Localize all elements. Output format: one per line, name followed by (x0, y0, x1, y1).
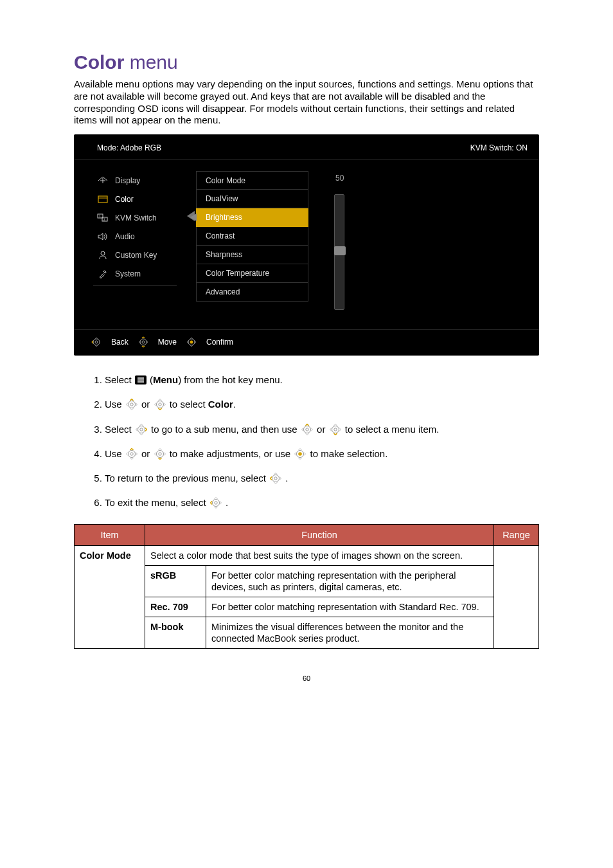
joystick-move-icon (138, 336, 149, 348)
svg-point-34 (274, 477, 277, 480)
joystick-left-icon (91, 336, 102, 348)
osd-panel: Mode: Adobe RGB KVM Switch: ON Display C… (74, 134, 539, 356)
svg-point-9 (140, 339, 147, 345)
slider-thumb[interactable] (334, 246, 346, 255)
cell-rec709-name: Rec. 709 (145, 597, 206, 617)
svg-point-20 (158, 403, 161, 406)
joystick-up-icon (300, 423, 314, 436)
joystick-left-icon (209, 496, 223, 509)
joystick-right-icon (134, 423, 148, 436)
sub-brightness[interactable]: Brightness (196, 208, 308, 227)
cell-srgb-desc: For better color matching representation… (206, 565, 494, 597)
svg-point-24 (306, 428, 308, 430)
step-6: To exit the menu, select . (105, 496, 539, 509)
joystick-left-icon (269, 472, 283, 485)
joystick-up-icon (125, 448, 139, 460)
display-icon (97, 176, 109, 186)
osd-footer: Back Move Confirm (74, 329, 539, 356)
joystick-press-icon (186, 336, 197, 348)
nav-audio[interactable]: Audio (97, 227, 196, 246)
nav-display[interactable]: Display (97, 171, 196, 190)
svg-text:1: 1 (99, 214, 101, 218)
svg-point-21 (138, 426, 145, 433)
th-item: Item (75, 524, 145, 545)
svg-point-29 (156, 450, 163, 457)
svg-point-36 (215, 502, 217, 504)
th-range: Range (494, 524, 539, 545)
svg-point-33 (272, 475, 280, 482)
svg-point-19 (156, 401, 163, 408)
osd-value-col: 50 (308, 171, 539, 310)
joystick-down-icon (153, 448, 167, 460)
svg-point-32 (298, 452, 302, 456)
svg-point-35 (212, 500, 219, 507)
cell-mbook-name: M-book (145, 617, 206, 649)
sub-colortemp[interactable]: Color Temperature (196, 264, 308, 283)
sub-dualview[interactable]: DualView (196, 190, 308, 208)
svg-point-12 (190, 341, 193, 344)
spec-table: Item Function Range Color Mode Select a … (74, 524, 539, 649)
svg-point-17 (128, 401, 135, 408)
cell-desc-colormode: Select a color mode that best suits the … (145, 545, 494, 565)
joystick-down-icon (153, 398, 167, 411)
nav-custom[interactable]: Custom Key (97, 246, 196, 264)
svg-point-22 (140, 428, 143, 430)
svg-point-18 (130, 403, 133, 406)
nav-system[interactable]: System (97, 264, 196, 283)
brightness-slider[interactable] (334, 194, 344, 310)
svg-text:2: 2 (103, 217, 105, 221)
instruction-list: Select (Menu) from the hot key menu. Use… (74, 374, 539, 510)
kvm-icon: 12 (97, 213, 109, 223)
joystick-down-icon (328, 423, 342, 436)
page-title: Color menu (74, 51, 539, 73)
svg-point-26 (333, 428, 336, 430)
step-3: Select to go to a sub menu, and then use… (105, 423, 539, 436)
cell-item-colormode: Color Mode (75, 545, 145, 649)
svg-point-30 (158, 453, 161, 455)
svg-point-8 (95, 341, 98, 343)
nav-kvm[interactable]: 12 KVM Switch (97, 208, 196, 227)
wrench-icon (97, 269, 109, 279)
step-1: Select (Menu) from the hot key menu. (105, 374, 539, 386)
nav-color[interactable]: Color (97, 190, 196, 208)
cell-srgb-name: sRGB (145, 565, 206, 597)
step-2: Use or to select Color. (105, 398, 539, 411)
footer-back: Back (111, 338, 129, 347)
svg-point-10 (142, 341, 145, 343)
osd-sub-nav: Color Mode DualView Brightness Contrast … (196, 171, 308, 310)
sub-advanced[interactable]: Advanced (196, 283, 308, 302)
svg-point-28 (130, 453, 133, 455)
color-icon (97, 194, 109, 204)
cell-mbook-desc: Minimizes the visual differences between… (206, 617, 494, 649)
svg-point-25 (332, 426, 339, 433)
sub-sharpness[interactable]: Sharpness (196, 246, 308, 264)
cell-range-empty (494, 545, 539, 649)
svg-point-23 (303, 426, 310, 433)
menu-icon (134, 375, 147, 385)
page-number: 60 (74, 674, 539, 682)
joystick-press-icon (293, 448, 307, 460)
osd-kvm-label: KVM Switch: ON (470, 143, 528, 152)
svg-point-6 (101, 251, 105, 255)
person-icon (97, 250, 109, 260)
osd-value: 50 (335, 174, 539, 183)
osd-mode-label: Mode: Adobe RGB (97, 143, 161, 152)
svg-point-27 (128, 450, 135, 457)
step-4: Use or to make adjustments, or use to ma… (105, 448, 539, 460)
cell-rec709-desc: For better color matching representation… (206, 597, 494, 617)
step-5: To return to the previous menu, select . (105, 472, 539, 485)
sub-colormode[interactable]: Color Mode (196, 171, 308, 190)
th-function: Function (145, 524, 494, 545)
footer-move: Move (158, 338, 177, 347)
intro-text: Available menu options may vary dependin… (74, 78, 539, 127)
svg-rect-0 (98, 196, 107, 203)
audio-icon (97, 231, 109, 242)
osd-main-nav: Display Color 12 KVM Switch Audio Custom… (74, 171, 196, 310)
joystick-up-icon (125, 398, 139, 411)
footer-confirm: Confirm (206, 338, 233, 347)
svg-point-7 (93, 339, 100, 345)
sub-contrast[interactable]: Contrast (196, 227, 308, 246)
